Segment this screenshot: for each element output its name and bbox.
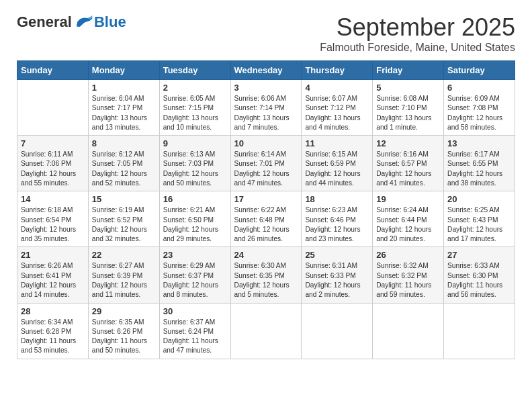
title-area: September 2025 Falmouth Foreside, Maine,…	[320, 13, 515, 54]
weekday-header-thursday: Thursday	[302, 61, 373, 80]
calendar-cell: 10Sunrise: 6:14 AMSunset: 7:01 PMDayligh…	[230, 136, 302, 191]
day-number: 15	[92, 194, 156, 204]
day-number: 14	[21, 194, 85, 204]
day-info: Sunrise: 6:26 AMSunset: 6:41 PMDaylight:…	[21, 261, 85, 300]
calendar-cell: 21Sunrise: 6:26 AMSunset: 6:41 PMDayligh…	[17, 247, 89, 303]
day-number: 25	[305, 250, 369, 260]
weekday-header-row: SundayMondayTuesdayWednesdayThursdayFrid…	[17, 61, 515, 80]
calendar-cell: 11Sunrise: 6:15 AMSunset: 6:59 PMDayligh…	[302, 136, 373, 191]
month-title: September 2025	[320, 13, 515, 42]
day-info: Sunrise: 6:31 AMSunset: 6:33 PMDaylight:…	[305, 261, 369, 300]
day-number: 10	[234, 138, 298, 148]
calendar-cell: 16Sunrise: 6:21 AMSunset: 6:50 PMDayligh…	[159, 191, 230, 247]
weekday-header-wednesday: Wednesday	[230, 61, 302, 80]
day-number: 9	[163, 138, 227, 148]
day-number: 27	[447, 250, 511, 260]
calendar-cell: 15Sunrise: 6:19 AMSunset: 6:52 PMDayligh…	[88, 191, 159, 247]
weekday-header-monday: Monday	[88, 61, 159, 80]
calendar-cell: 24Sunrise: 6:30 AMSunset: 6:35 PMDayligh…	[230, 247, 302, 303]
day-number: 4	[305, 83, 369, 93]
day-info: Sunrise: 6:27 AMSunset: 6:39 PMDaylight:…	[92, 261, 156, 300]
calendar-cell: 19Sunrise: 6:24 AMSunset: 6:44 PMDayligh…	[373, 191, 444, 247]
day-info: Sunrise: 6:14 AMSunset: 7:01 PMDaylight:…	[234, 150, 298, 188]
day-number: 8	[92, 138, 156, 148]
day-info: Sunrise: 6:11 AMSunset: 7:06 PMDaylight:…	[21, 150, 85, 188]
day-info: Sunrise: 6:24 AMSunset: 6:44 PMDaylight:…	[376, 205, 440, 244]
day-number: 12	[376, 138, 440, 148]
day-number: 11	[305, 138, 369, 148]
day-number: 21	[21, 250, 85, 260]
day-info: Sunrise: 6:13 AMSunset: 7:03 PMDaylight:…	[163, 150, 227, 188]
calendar-cell: 30Sunrise: 6:37 AMSunset: 6:24 PMDayligh…	[159, 303, 230, 359]
day-info: Sunrise: 6:06 AMSunset: 7:14 PMDaylight:…	[234, 94, 298, 132]
day-info: Sunrise: 6:19 AMSunset: 6:52 PMDaylight:…	[92, 205, 156, 244]
day-info: Sunrise: 6:35 AMSunset: 6:26 PMDaylight:…	[92, 318, 156, 356]
weekday-header-tuesday: Tuesday	[159, 61, 230, 80]
weekday-header-friday: Friday	[373, 61, 444, 80]
day-number: 20	[447, 194, 511, 204]
calendar-cell: 2Sunrise: 6:05 AMSunset: 7:15 PMDaylight…	[159, 80, 230, 136]
calendar-cell: 8Sunrise: 6:12 AMSunset: 7:05 PMDaylight…	[88, 136, 159, 191]
calendar-cell: 6Sunrise: 6:09 AMSunset: 7:08 PMDaylight…	[444, 80, 515, 136]
weekday-header-saturday: Saturday	[444, 61, 515, 80]
day-number: 1	[92, 83, 156, 93]
logo: General Blue	[17, 13, 126, 31]
calendar-week-4: 21Sunrise: 6:26 AMSunset: 6:41 PMDayligh…	[17, 247, 515, 303]
day-info: Sunrise: 6:12 AMSunset: 7:05 PMDaylight:…	[92, 150, 156, 188]
calendar-cell: 12Sunrise: 6:16 AMSunset: 6:57 PMDayligh…	[373, 136, 444, 191]
calendar-cell	[302, 303, 373, 359]
day-info: Sunrise: 6:07 AMSunset: 7:12 PMDaylight:…	[305, 94, 369, 132]
calendar-cell: 13Sunrise: 6:17 AMSunset: 6:55 PMDayligh…	[444, 136, 515, 191]
day-number: 26	[376, 250, 440, 260]
day-info: Sunrise: 6:04 AMSunset: 7:17 PMDaylight:…	[92, 94, 156, 132]
day-info: Sunrise: 6:05 AMSunset: 7:15 PMDaylight:…	[163, 94, 227, 132]
day-info: Sunrise: 6:23 AMSunset: 6:46 PMDaylight:…	[305, 205, 369, 244]
calendar-cell: 9Sunrise: 6:13 AMSunset: 7:03 PMDaylight…	[159, 136, 230, 191]
calendar-cell: 18Sunrise: 6:23 AMSunset: 6:46 PMDayligh…	[302, 191, 373, 247]
calendar-cell: 1Sunrise: 6:04 AMSunset: 7:17 PMDaylight…	[88, 80, 159, 136]
day-number: 6	[447, 83, 511, 93]
day-info: Sunrise: 6:18 AMSunset: 6:54 PMDaylight:…	[21, 205, 85, 244]
day-info: Sunrise: 6:22 AMSunset: 6:48 PMDaylight:…	[234, 205, 298, 244]
calendar-cell	[444, 303, 515, 359]
logo-bird-icon	[74, 14, 94, 30]
location-subtitle: Falmouth Foreside, Maine, United States	[320, 42, 515, 54]
calendar-cell: 23Sunrise: 6:29 AMSunset: 6:37 PMDayligh…	[159, 247, 230, 303]
day-number: 17	[234, 194, 298, 204]
calendar-cell: 28Sunrise: 6:34 AMSunset: 6:28 PMDayligh…	[17, 303, 89, 359]
day-number: 22	[92, 250, 156, 260]
day-info: Sunrise: 6:17 AMSunset: 6:55 PMDaylight:…	[447, 150, 511, 188]
day-info: Sunrise: 6:16 AMSunset: 6:57 PMDaylight:…	[376, 150, 440, 188]
day-number: 30	[163, 306, 227, 316]
day-info: Sunrise: 6:21 AMSunset: 6:50 PMDaylight:…	[163, 205, 227, 244]
day-number: 3	[234, 83, 298, 93]
calendar-cell: 14Sunrise: 6:18 AMSunset: 6:54 PMDayligh…	[17, 191, 89, 247]
day-number: 18	[305, 194, 369, 204]
calendar-week-3: 14Sunrise: 6:18 AMSunset: 6:54 PMDayligh…	[17, 191, 515, 247]
calendar-week-5: 28Sunrise: 6:34 AMSunset: 6:28 PMDayligh…	[17, 303, 515, 359]
calendar-cell: 20Sunrise: 6:25 AMSunset: 6:43 PMDayligh…	[444, 191, 515, 247]
day-info: Sunrise: 6:37 AMSunset: 6:24 PMDaylight:…	[163, 318, 227, 356]
calendar-week-2: 7Sunrise: 6:11 AMSunset: 7:06 PMDaylight…	[17, 136, 515, 191]
day-number: 5	[376, 83, 440, 93]
day-number: 13	[447, 138, 511, 148]
day-info: Sunrise: 6:09 AMSunset: 7:08 PMDaylight:…	[447, 94, 511, 132]
calendar-table: SundayMondayTuesdayWednesdayThursdayFrid…	[17, 60, 515, 359]
day-number: 28	[21, 306, 85, 316]
day-info: Sunrise: 6:34 AMSunset: 6:28 PMDaylight:…	[21, 318, 85, 356]
logo-blue-text: Blue	[94, 13, 126, 31]
day-info: Sunrise: 6:15 AMSunset: 6:59 PMDaylight:…	[305, 150, 369, 188]
calendar-cell: 7Sunrise: 6:11 AMSunset: 7:06 PMDaylight…	[17, 136, 89, 191]
calendar-cell: 5Sunrise: 6:08 AMSunset: 7:10 PMDaylight…	[373, 80, 444, 136]
calendar-cell: 17Sunrise: 6:22 AMSunset: 6:48 PMDayligh…	[230, 191, 302, 247]
day-info: Sunrise: 6:30 AMSunset: 6:35 PMDaylight:…	[234, 261, 298, 300]
day-number: 19	[376, 194, 440, 204]
calendar-week-1: 1Sunrise: 6:04 AMSunset: 7:17 PMDaylight…	[17, 80, 515, 136]
day-number: 24	[234, 250, 298, 260]
calendar-cell	[373, 303, 444, 359]
day-info: Sunrise: 6:32 AMSunset: 6:32 PMDaylight:…	[376, 261, 440, 300]
calendar-cell: 26Sunrise: 6:32 AMSunset: 6:32 PMDayligh…	[373, 247, 444, 303]
weekday-header-sunday: Sunday	[17, 61, 89, 80]
day-info: Sunrise: 6:25 AMSunset: 6:43 PMDaylight:…	[447, 205, 511, 244]
day-info: Sunrise: 6:29 AMSunset: 6:37 PMDaylight:…	[163, 261, 227, 300]
